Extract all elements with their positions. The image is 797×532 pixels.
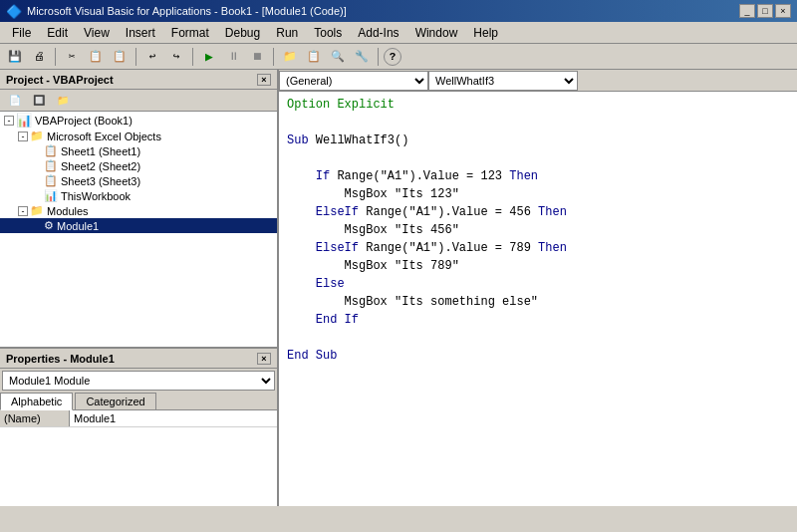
properties-panel-title: Properties - Module1 [6, 353, 115, 365]
view-object-button[interactable]: 🔲 [28, 91, 50, 111]
separator-5 [378, 48, 379, 66]
main-layout: Project - VBAProject × 📄 🔲 📁 - 📊 VBAProj… [0, 70, 797, 506]
workbook-icon: 📊 [44, 189, 58, 202]
tree-item-module1[interactable]: ⚙ Module1 [0, 218, 277, 233]
keyword-if: If [316, 169, 330, 183]
menu-format[interactable]: Format [163, 24, 217, 42]
excel-objects-label: Microsoft Excel Objects [47, 131, 161, 142]
view-code-button[interactable]: 📄 [4, 91, 26, 111]
code-line-msgbox-2: MsgBox "Its 456" [287, 221, 789, 239]
folder-icon-1: 📁 [30, 130, 44, 142]
code-line-msgbox-4: MsgBox "Its something else" [287, 293, 789, 311]
keyword-endsub: End Sub [287, 349, 337, 363]
minimize-button[interactable]: _ [739, 4, 755, 18]
code-line-elseif-2: ElseIf Range("A1").Value = 789 Then [287, 239, 789, 257]
code-line-msgbox-3: MsgBox "Its 789" [287, 257, 789, 275]
properties-tabs: Alphabetic Categorized [0, 393, 277, 410]
stop-button[interactable]: ⏹ [246, 47, 268, 67]
code-line-blank-4 [287, 365, 789, 383]
print-button[interactable]: 🖨 [28, 47, 50, 67]
code-line-elseif-1: ElseIf Range("A1").Value = 456 Then [287, 203, 789, 221]
project-panel-close[interactable]: × [257, 74, 271, 86]
separator-2 [135, 48, 136, 66]
vbaproject-icon: 📊 [16, 113, 32, 128]
properties-panel-close[interactable]: × [257, 353, 271, 365]
code-area[interactable]: Option Explicit Sub WellWhatIf3() If Ran… [279, 92, 797, 506]
object-browser-button[interactable]: 🔍 [327, 47, 349, 67]
menu-run[interactable]: Run [268, 24, 306, 42]
code-line-endif: End If [287, 311, 789, 329]
tree-item-sheet2[interactable]: 📋 Sheet2 (Sheet2) [0, 158, 277, 173]
sheet1-icon: 📋 [44, 144, 58, 157]
tree-item-modules[interactable]: - 📁 Modules [0, 203, 277, 218]
folder-icon-2: 📁 [30, 204, 44, 217]
save-button[interactable]: 💾 [4, 47, 26, 67]
properties-object-dropdown[interactable]: Module1 Module [2, 371, 275, 391]
menu-insert[interactable]: Insert [118, 24, 163, 42]
menu-file[interactable]: File [4, 24, 39, 42]
module1-icon: ⚙ [44, 219, 54, 232]
properties-panel-header: Properties - Module1 × [0, 349, 277, 369]
code-line-1: Option Explicit [287, 96, 789, 114]
app-icon: 🔷 [6, 4, 22, 19]
redo-button[interactable]: ↪ [165, 47, 187, 67]
sheet3-icon: 📋 [44, 174, 58, 187]
toolbar-1: 💾 🖨 ✂ 📋 📋 ↩ ↪ ▶ ⏸ ⏹ 📁 📋 🔍 🔧 ? [0, 44, 797, 70]
code-object-dropdown[interactable]: (General) [279, 71, 428, 91]
project-tree-toolbar: 📄 🔲 📁 [0, 90, 277, 112]
pause-button[interactable]: ⏸ [222, 47, 244, 67]
help-button[interactable]: ? [384, 48, 401, 66]
toggle-excel-objects[interactable]: - [18, 132, 28, 141]
code-line-endsub: End Sub [287, 347, 789, 365]
keyword-then-3: Then [538, 241, 567, 255]
project-explorer-button[interactable]: 📁 [279, 47, 301, 67]
menu-debug[interactable]: Debug [217, 24, 268, 42]
run-button[interactable]: ▶ [198, 47, 220, 67]
copy-button[interactable]: 📋 [85, 47, 107, 67]
tab-categorized[interactable]: Categorized [75, 393, 155, 409]
code-line-msgbox-1: MsgBox "Its 123" [287, 185, 789, 203]
menu-edit[interactable]: Edit [39, 24, 76, 42]
menu-help[interactable]: Help [465, 24, 506, 42]
keyword-else: Else [316, 277, 345, 291]
code-line-sub: Sub WellWhatIf3() [287, 132, 789, 149]
tree-item-excel-objects[interactable]: - 📁 Microsoft Excel Objects [0, 129, 277, 143]
menu-tools[interactable]: Tools [306, 24, 350, 42]
toggle-modules[interactable]: - [18, 206, 28, 216]
project-panel-header: Project - VBAProject × [0, 70, 277, 90]
paste-button[interactable]: 📋 [109, 47, 131, 67]
code-procedure-dropdown[interactable]: WellWhatIf3 [428, 71, 578, 91]
toolbox-button[interactable]: 🔧 [351, 47, 373, 67]
separator-1 [55, 48, 56, 66]
tree-item-sheet1[interactable]: 📋 Sheet1 (Sheet1) [0, 143, 277, 158]
code-line-if: If Range("A1").Value = 123 Then [287, 167, 789, 185]
props-name-value: Module1 [70, 410, 277, 426]
tree-item-sheet3[interactable]: 📋 Sheet3 (Sheet3) [0, 173, 277, 188]
tab-alphabetic[interactable]: Alphabetic [0, 393, 73, 410]
title-bar: 🔷 Microsoft Visual Basic for Application… [0, 0, 797, 22]
menu-window[interactable]: Window [407, 24, 466, 42]
tree-item-vbaproject[interactable]: - 📊 VBAProject (Book1) [0, 112, 277, 129]
sheet2-icon: 📋 [44, 159, 58, 172]
cut-button[interactable]: ✂ [61, 47, 83, 67]
code-header: (General) WellWhatIf3 [279, 70, 797, 92]
menu-addins[interactable]: Add-Ins [350, 24, 406, 42]
menu-view[interactable]: View [76, 24, 118, 42]
close-button[interactable]: × [775, 4, 791, 18]
keyword-elseif-1: ElseIf [316, 205, 359, 219]
toggle-folders-button[interactable]: 📁 [52, 91, 74, 111]
undo-button[interactable]: ↩ [141, 47, 163, 67]
window-controls: _ □ × [739, 4, 791, 18]
code-line-blank-1 [287, 114, 789, 132]
props-name-label: (Name) [0, 410, 70, 426]
toggle-vbaproject[interactable]: - [4, 116, 14, 126]
properties-dropdown-wrapper: Module1 Module [0, 369, 277, 393]
tree-item-thisworkbook[interactable]: 📊 ThisWorkbook [0, 188, 277, 203]
sheet3-label: Sheet3 (Sheet3) [61, 175, 140, 187]
keyword-elseif-2: ElseIf [316, 241, 359, 255]
keyword-then-1: Then [509, 169, 538, 183]
title-text: Microsoft Visual Basic for Applications … [27, 5, 739, 17]
sheet2-label: Sheet2 (Sheet2) [61, 160, 140, 172]
properties-button[interactable]: 📋 [303, 47, 325, 67]
maximize-button[interactable]: □ [757, 4, 773, 18]
